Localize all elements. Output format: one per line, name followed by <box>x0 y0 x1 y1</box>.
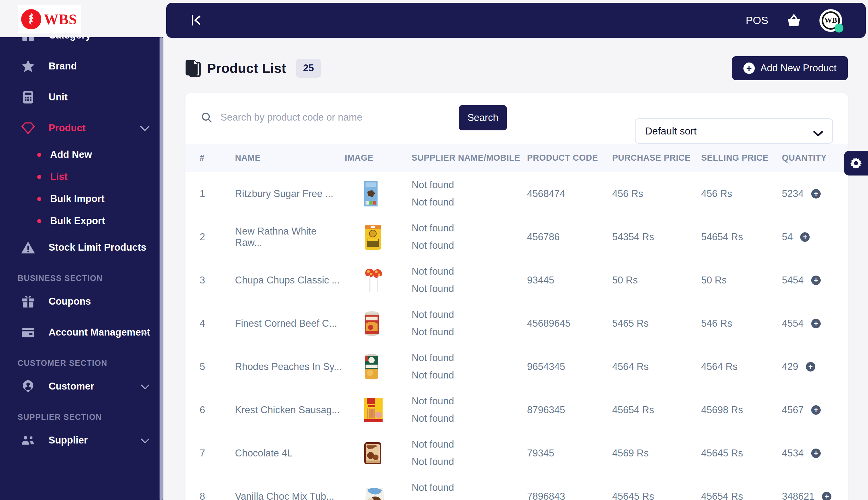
table-row: 6 Krest Chicken Sausag... Not found Not … <box>186 388 848 432</box>
add-stock-button[interactable]: + <box>811 319 821 328</box>
row-index: 8 <box>200 491 235 500</box>
quantity-cell: 5234 + <box>782 188 834 200</box>
sidebar-subitem-list[interactable]: List <box>0 166 163 188</box>
product-count-badge: 25 <box>296 59 321 78</box>
purchase-price: 45645 Rs <box>612 491 701 500</box>
sidebar-collapse-icon[interactable] <box>190 14 202 27</box>
star-icon <box>21 59 35 73</box>
sidebar: Category Brand Unit Product <box>0 0 163 500</box>
add-stock-button[interactable]: + <box>800 232 810 242</box>
gem-icon <box>21 121 35 135</box>
sidebar-item-label: Brand <box>49 60 77 72</box>
sidebar-item-product[interactable]: Product <box>0 113 163 144</box>
add-stock-button[interactable]: + <box>811 189 821 198</box>
supplier-cell: Not found Not found <box>412 479 527 500</box>
quantity-value: 348621 <box>782 491 814 500</box>
table-row: 8 Vanilla Choc Mix Tub... Not found Not … <box>186 475 848 500</box>
selling-price: 4564 Rs <box>701 361 782 373</box>
basket-icon[interactable] <box>787 14 801 27</box>
purchase-price: 54354 Rs <box>612 231 701 243</box>
product-code: 4568474 <box>527 188 612 200</box>
table-settings-button[interactable] <box>844 151 868 175</box>
sidebar-item-supplier[interactable]: Supplier <box>0 425 163 456</box>
bullet-icon <box>37 219 41 223</box>
search-field <box>198 105 459 130</box>
col-quantity: QUANTITY <box>782 153 834 163</box>
topbar: POS WB <box>166 3 866 38</box>
add-stock-button[interactable]: + <box>822 492 831 500</box>
brand-logo[interactable]: WBS <box>17 5 81 33</box>
product-name[interactable]: Rhodes Peaches In Sy... <box>235 361 345 373</box>
product-name[interactable]: Vanilla Choc Mix Tub... <box>235 491 345 500</box>
people-group-icon <box>21 433 35 447</box>
pages-icon <box>186 59 202 77</box>
selling-price: 456 Rs <box>701 188 782 200</box>
product-name[interactable]: New Rathna White Raw... <box>235 226 345 248</box>
product-image-chocolate-tub[interactable] <box>345 442 412 465</box>
sidebar-item-label: Unit <box>49 92 68 103</box>
sidebar-subitem-bulk-export[interactable]: Bulk Export <box>0 210 163 232</box>
calculator-icon <box>21 90 35 104</box>
sidebar-scroll-thumb[interactable] <box>160 37 163 500</box>
product-name[interactable]: Chocolate 4L <box>235 447 345 459</box>
sidebar-item-label: Stock Limit Products <box>49 242 146 253</box>
product-name[interactable]: Finest Corned Beef C... <box>235 318 345 329</box>
topbar-right: POS WB <box>746 9 842 32</box>
add-stock-button[interactable]: + <box>811 448 821 458</box>
sort-select[interactable]: Default sort <box>635 118 833 144</box>
supplier-mobile: Not found <box>412 367 527 384</box>
sidebar-item-account-management[interactable]: Account Management <box>0 317 163 348</box>
table-row: 4 Finest Corned Beef C... Not found Not … <box>186 302 848 345</box>
chevron-down-icon <box>141 435 150 446</box>
product-image-corned-beef-can[interactable] <box>345 311 412 336</box>
product-image-ritzbury-chocolate-bar[interactable] <box>345 181 412 206</box>
search-input[interactable] <box>221 112 441 123</box>
wallet-icon <box>21 325 35 340</box>
bullet-icon <box>37 197 41 201</box>
pos-link[interactable]: POS <box>746 14 768 26</box>
quantity-value: 5454 <box>782 275 804 286</box>
add-new-product-button[interactable]: + Add New Product <box>732 56 848 80</box>
logo-text: WBS <box>44 11 77 28</box>
sidebar-item-brand[interactable]: Brand <box>0 51 163 82</box>
row-index: 2 <box>200 231 235 243</box>
col-purchase: PURCHASE PRICE <box>612 153 701 163</box>
supplier-cell: Not found Not found <box>412 263 527 297</box>
quantity-cell: 348621 + <box>782 491 834 500</box>
product-code: 45689645 <box>527 318 612 329</box>
online-status-dot <box>835 24 843 33</box>
sidebar-scrollbar[interactable] <box>159 0 163 500</box>
sidebar-item-unit[interactable]: Unit <box>0 82 163 113</box>
quantity-cell: 5454 + <box>782 275 834 286</box>
quantity-cell: 4567 + <box>782 404 834 416</box>
quantity-value: 54 <box>782 231 793 243</box>
add-stock-button[interactable]: + <box>806 362 815 372</box>
col-image: IMAGE <box>345 153 412 163</box>
purchase-price: 45654 Rs <box>612 404 701 416</box>
sidebar-subitem-add-new[interactable]: Add New <box>0 144 163 166</box>
add-stock-button[interactable]: + <box>811 275 821 285</box>
product-name[interactable]: Chupa Chups Classic ... <box>235 275 345 286</box>
product-image-rhodes-peaches-can[interactable] <box>345 354 412 380</box>
sidebar-item-stock-limit[interactable]: Stock Limit Products <box>0 232 163 263</box>
product-image-rathna-packet[interactable] <box>345 224 412 250</box>
sort-select-value: Default sort <box>645 125 697 137</box>
sidebar-logo-header: WBS <box>0 0 163 37</box>
sidebar-subitem-bulk-import[interactable]: Bulk Import <box>0 188 163 210</box>
product-code: 7896843 <box>527 491 612 500</box>
add-stock-button[interactable]: + <box>811 405 821 415</box>
product-name[interactable]: Ritzbury Sugar Free ... <box>235 188 345 200</box>
selling-price: 54654 Rs <box>701 231 782 243</box>
sidebar-item-label: Bulk Export <box>50 215 105 227</box>
page-title: Product List <box>207 60 286 76</box>
search-button[interactable]: Search <box>459 105 507 130</box>
user-avatar[interactable]: WB <box>819 9 842 32</box>
product-image-krest-sausage-pack[interactable] <box>345 397 412 423</box>
selling-price: 45654 Rs <box>701 491 782 500</box>
sidebar-item-coupons[interactable]: Coupons <box>0 286 163 317</box>
row-index: 5 <box>200 361 235 373</box>
product-name[interactable]: Krest Chicken Sausag... <box>235 404 345 416</box>
product-image-chupa-chups-lollipops[interactable] <box>345 268 412 293</box>
sidebar-item-customer[interactable]: Customer <box>0 371 163 402</box>
product-image-vanilla-choc-tub[interactable] <box>345 486 412 500</box>
